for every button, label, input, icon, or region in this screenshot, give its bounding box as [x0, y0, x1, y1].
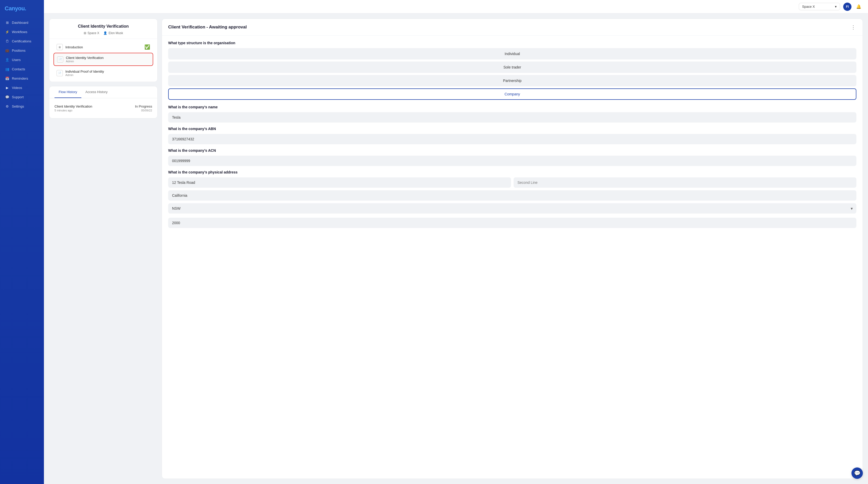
support-icon: 💬 [5, 95, 9, 99]
reminders-icon: 📅 [5, 76, 9, 80]
address-line2-input[interactable] [514, 177, 857, 188]
card-meta: ⊞ Space X 👤 Elon Musk [55, 31, 152, 35]
tabs-container: Flow History Access History [49, 86, 157, 98]
sidebar-item-dashboard[interactable]: ⊞ Dashboard [2, 18, 42, 27]
option-sole-trader[interactable]: Sole trader [168, 61, 857, 73]
option-individual[interactable]: Individual [168, 48, 857, 59]
address-suburb-input[interactable] [168, 190, 857, 201]
state-select-wrapper: NSW VIC QLD SA WA [168, 203, 857, 213]
tab-access-history[interactable]: Access History [82, 86, 112, 98]
company-name-label: What is the company's name [168, 105, 857, 109]
chat-button[interactable]: 💬 [851, 467, 863, 479]
videos-icon: ▶ [5, 86, 9, 90]
sidebar-item-workflows[interactable]: ⚡ Workflows [2, 27, 42, 36]
content-area: Client Identity Verification ⊞ Space X 👤… [44, 13, 868, 484]
sidebar-item-label: Certifications [12, 39, 31, 43]
sidebar-item-label: Settings [12, 105, 24, 108]
right-panel: Client Verification - Awaiting approval … [162, 19, 863, 479]
abn-input[interactable] [168, 134, 857, 144]
step-item-introduction[interactable]: ⊞ Introduction ✅ [54, 41, 153, 53]
acn-group: What is the company's ACN [168, 148, 857, 166]
left-panel: Client Identity Verification ⊞ Space X 👤… [49, 19, 158, 479]
tabs: Flow History Access History [49, 86, 157, 98]
abn-group: What is the company's ABN [168, 127, 857, 144]
org-type-group: What type structure is the organisation … [168, 41, 857, 100]
acn-label: What is the company's ACN [168, 148, 857, 152]
sidebar-item-label: Videos [12, 86, 22, 90]
option-partnership[interactable]: Partnership [168, 75, 857, 86]
sidebar-item-label: Users [12, 58, 21, 62]
step-name: Client Identity Verification [66, 56, 103, 60]
step-sub: Admin [65, 74, 104, 77]
option-company[interactable]: Company [168, 88, 857, 100]
step-name: Individual Proof of Identity [65, 69, 104, 74]
sidebar-nav: ⊞ Dashboard ⚡ Workflows 🗒 Certifications… [0, 18, 44, 111]
right-panel-header: Client Verification - Awaiting approval … [162, 19, 863, 36]
sidebar-item-label: Positions [12, 49, 26, 53]
sidebar-item-contacts[interactable]: 👥 Contacts [2, 65, 42, 74]
abn-label: What is the company's ABN [168, 127, 857, 131]
company-name-group: What is the company's name [168, 105, 857, 122]
meta-user: 👤 Elon Musk [103, 31, 123, 35]
step-icon: ⊞ [57, 44, 63, 50]
state-select[interactable]: NSW VIC QLD SA WA [168, 203, 857, 213]
address-group: What is the company's physical address N… [168, 170, 857, 213]
users-icon: 👤 [5, 58, 9, 62]
right-panel-title: Client Verification - Awaiting approval [168, 25, 247, 30]
logo-text: Canyou. [5, 5, 26, 11]
org-type-label: What type structure is the organisation [168, 41, 857, 45]
step-name: Introduction [65, 45, 83, 49]
sidebar-item-certifications[interactable]: 🗒 Certifications [2, 37, 42, 46]
more-options-button[interactable]: ⋮ [851, 24, 857, 30]
sidebar-item-label: Support [12, 95, 24, 99]
positions-icon: 💼 [5, 48, 9, 53]
card-header: Client Identity Verification ⊞ Space X 👤… [49, 19, 157, 39]
space-selector[interactable]: Space X ▾ [799, 3, 840, 10]
avatar[interactable]: FI [843, 3, 851, 11]
meta-space: ⊞ Space X [84, 31, 99, 35]
history-name: Client Identity Verification [55, 105, 92, 108]
avatar-initials: FI [846, 5, 849, 8]
step-item-client-identity[interactable]: 📄 Client Identity Verification Admin [54, 53, 153, 66]
postcode-input[interactable] [168, 218, 857, 228]
user-icon: 👤 [103, 31, 107, 35]
postcode-group [168, 218, 857, 228]
step-icon: 📄 [57, 70, 63, 76]
sidebar-item-reminders[interactable]: 📅 Reminders [2, 74, 42, 83]
sidebar-item-videos[interactable]: ▶ Videos [2, 83, 42, 92]
topbar: Space X ▾ FI 🔔 [44, 0, 868, 13]
check-icon: ✅ [145, 44, 150, 50]
sidebar-item-label: Reminders [12, 77, 28, 80]
card-title: Client Identity Verification [55, 24, 152, 29]
app-logo: Canyou. [0, 0, 44, 18]
dashboard-icon: ⊞ [5, 21, 9, 25]
notifications-button[interactable]: 🔔 [855, 3, 863, 11]
address-line1-input[interactable] [168, 177, 511, 188]
form-section: What type structure is the organisation … [162, 36, 863, 237]
chevron-down-icon: ▾ [835, 5, 837, 8]
sidebar-item-positions[interactable]: 💼 Positions [2, 46, 42, 55]
history-list: Client Identity Verification 5 minutes a… [49, 98, 157, 118]
step-icon: 📄 [57, 56, 63, 63]
sidebar-item-users[interactable]: 👤 Users [2, 55, 42, 64]
sidebar: Canyou. ⊞ Dashboard ⚡ Workflows 🗒 Certif… [0, 0, 44, 484]
space-icon: ⊞ [84, 31, 86, 35]
contacts-icon: 👥 [5, 67, 9, 71]
history-card: Flow History Access History Client Ident… [49, 86, 158, 118]
step-item-individual-proof[interactable]: 📄 Individual Proof of Identity Admin [54, 67, 153, 79]
address-row1 [168, 177, 857, 188]
sidebar-item-settings[interactable]: ⚙ Settings [2, 102, 42, 111]
workflows-icon: ⚡ [5, 30, 9, 34]
settings-icon: ⚙ [5, 104, 9, 108]
acn-input[interactable] [168, 155, 857, 166]
history-time: 5 minutes ago [55, 109, 92, 112]
main-container: Space X ▾ FI 🔔 Client Identity Verificat… [44, 0, 868, 484]
address-label: What is the company's physical address [168, 170, 857, 174]
company-name-input[interactable] [168, 112, 857, 122]
sidebar-item-support[interactable]: 💬 Support [2, 92, 42, 101]
sidebar-item-label: Workflows [12, 30, 27, 34]
meta-user-label: Elon Musk [108, 31, 123, 35]
org-type-options: Individual Sole trader Partnership Compa… [168, 48, 857, 100]
step-list: ⊞ Introduction ✅ 📄 Client Identity V [49, 39, 157, 82]
tab-flow-history[interactable]: Flow History [55, 86, 82, 98]
